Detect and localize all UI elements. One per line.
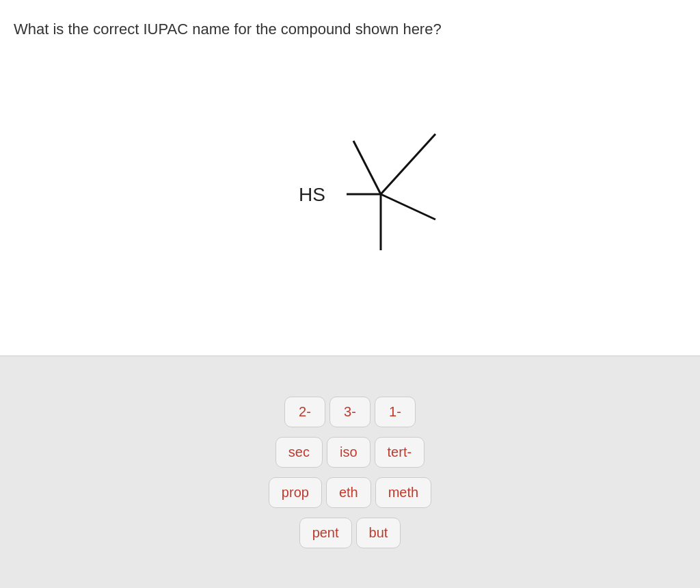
- btn-iso[interactable]: iso: [327, 437, 371, 468]
- svg-line-3: [381, 194, 435, 219]
- svg-line-1: [353, 141, 381, 194]
- btn-eth[interactable]: eth: [326, 477, 371, 508]
- button-row-4: pent but: [299, 518, 401, 548]
- btn-but[interactable]: but: [356, 518, 401, 548]
- btn-pent[interactable]: pent: [299, 518, 352, 548]
- btn-3[interactable]: 3-: [329, 397, 371, 427]
- button-row-3: prop eth meth: [269, 477, 431, 508]
- hs-label: HS: [299, 184, 325, 205]
- question-text: What is the correct IUPAC name for the c…: [14, 21, 686, 38]
- answer-section: 2- 3- 1- sec iso tert- prop eth meth pen…: [0, 356, 700, 588]
- btn-2[interactable]: 2-: [284, 397, 325, 427]
- btn-tert[interactable]: tert-: [375, 437, 425, 468]
- svg-line-2: [381, 134, 435, 194]
- btn-prop[interactable]: prop: [269, 477, 322, 508]
- btn-meth[interactable]: meth: [375, 477, 431, 508]
- button-row-1: 2- 3- 1-: [284, 397, 416, 427]
- button-row-2: sec iso tert-: [275, 437, 425, 468]
- btn-sec[interactable]: sec: [275, 437, 323, 468]
- molecule-container: HS: [14, 59, 686, 319]
- btn-1[interactable]: 1-: [375, 397, 416, 427]
- question-section: What is the correct IUPAC name for the c…: [0, 0, 700, 356]
- molecule-diagram: HS: [234, 79, 466, 298]
